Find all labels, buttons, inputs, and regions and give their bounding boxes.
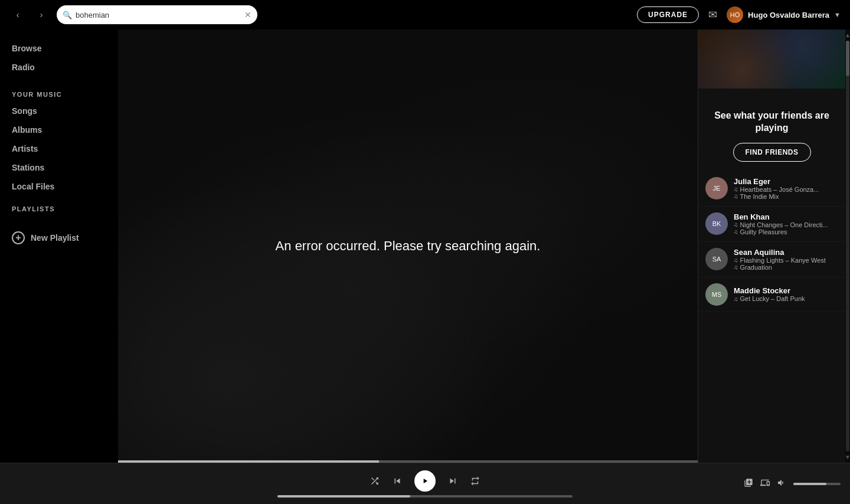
play-button[interactable]	[414, 470, 436, 492]
progress-fill	[118, 460, 379, 463]
volume-button[interactable]	[777, 478, 786, 490]
scroll-track[interactable]	[846, 41, 849, 451]
friend-track: ♫ Flashing Lights – Kanye West	[734, 257, 838, 264]
player-right	[699, 478, 841, 490]
playlists-label: PLAYLISTS	[0, 196, 118, 216]
friend-name: Ben Khan	[734, 212, 838, 221]
new-playlist-label: New Playlist	[31, 233, 79, 243]
friend-name: Julia Eger	[734, 177, 838, 186]
player-center	[151, 470, 699, 498]
search-box: 🔍 ✕	[57, 5, 257, 24]
sidebar-item-radio[interactable]: Radio	[0, 58, 118, 77]
playlists-section	[0, 216, 118, 225]
friend-info: Maddie Stocker ♫ Get Lucky – Daft Punk	[734, 286, 838, 302]
friend-info: Sean Aquilina ♫ Flashing Lights – Kanye …	[734, 248, 838, 271]
content-progress-bar	[118, 460, 698, 463]
friend-item[interactable]: MS Maddie Stocker ♫ Get Lucky – Daft Pun…	[698, 277, 845, 312]
friend-item[interactable]: BK Ben Khan ♫ Night Changes – One Direct…	[698, 207, 845, 242]
volume-fill	[793, 483, 826, 485]
inbox-icon[interactable]: ✉	[708, 8, 717, 21]
content-area: An error occurred. Please try searching …	[118, 30, 698, 463]
avatar: HO	[727, 6, 743, 23]
friend-item[interactable]: JE Julia Eger ♫ Heartbeats – José Gonza.…	[698, 171, 845, 207]
find-friends-button[interactable]: FIND FRIENDS	[733, 143, 811, 162]
note-icon: ♫	[734, 257, 738, 263]
new-playlist-button[interactable]: + New Playlist	[0, 225, 118, 250]
friends-header: See what your friends are playing FIND F…	[698, 98, 845, 171]
scroll-down-arrow[interactable]: ▼	[845, 454, 850, 460]
sidebar-item-artists[interactable]: Artists	[0, 139, 118, 158]
sidebar-nav: Browse Radio	[0, 30, 118, 81]
progress-track[interactable]	[277, 495, 573, 498]
friend-playlist: ♫ Graduation	[734, 264, 838, 271]
friends-background-image	[698, 30, 845, 89]
friend-name: Maddie Stocker	[734, 286, 838, 295]
main-layout: Browse Radio YOUR MUSIC Songs Albums Art…	[0, 30, 850, 463]
volume-bar[interactable]	[793, 483, 841, 485]
friend-info: Ben Khan ♫ Night Changes – One Directi..…	[734, 212, 838, 235]
friend-playlist: ♫ Guilty Pleasures	[734, 228, 838, 235]
devices-button[interactable]	[760, 478, 770, 490]
scroll-thumb	[846, 41, 849, 76]
shuffle-button[interactable]	[370, 476, 380, 486]
note-icon: ♫	[734, 296, 738, 302]
clear-search-button[interactable]: ✕	[244, 11, 251, 19]
user-name: Hugo Osvaldo Barrera	[748, 11, 829, 19]
search-icon: 🔍	[63, 11, 72, 19]
topbar-right: UPGRADE ✉ HO Hugo Osvaldo Barrera ▼	[637, 6, 841, 23]
right-panel-scroll[interactable]: See what your friends are playing FIND F…	[698, 30, 845, 463]
player-bar	[0, 463, 850, 504]
scroll-up-arrow[interactable]: ▲	[845, 32, 850, 38]
note-icon: ♫	[734, 264, 738, 270]
friend-avatar: JE	[705, 177, 728, 199]
friend-avatar: MS	[705, 283, 728, 306]
sidebar-item-stations[interactable]: Stations	[0, 158, 118, 177]
note-icon: ♫	[734, 228, 738, 235]
right-container: See what your friends are playing FIND F…	[698, 30, 850, 463]
sidebar-item-albums[interactable]: Albums	[0, 120, 118, 139]
right-panel: See what your friends are playing FIND F…	[698, 30, 845, 463]
chevron-down-icon: ▼	[834, 11, 841, 18]
friend-track: ♫ Get Lucky – Daft Punk	[734, 295, 838, 302]
progress-played	[277, 495, 410, 498]
friend-item[interactable]: SA Sean Aquilina ♫ Flashing Lights – Kan…	[698, 242, 845, 277]
next-button[interactable]	[447, 476, 458, 486]
sidebar: Browse Radio YOUR MUSIC Songs Albums Art…	[0, 30, 118, 463]
plus-circle-icon: +	[12, 231, 25, 244]
friend-track: ♫ Night Changes – One Directi...	[734, 221, 838, 228]
previous-button[interactable]	[392, 476, 403, 486]
friends-header-text: See what your friends are playing	[708, 110, 836, 135]
note-icon: ♫	[734, 221, 738, 228]
sidebar-item-songs[interactable]: Songs	[0, 102, 118, 120]
queue-button[interactable]	[744, 478, 753, 490]
sidebar-item-local-files[interactable]: Local Files	[0, 177, 118, 196]
friend-track: ♫ Heartbeats – José Gonza...	[734, 186, 838, 193]
right-scrollbar[interactable]: ▲ ▼	[845, 30, 850, 463]
upgrade-button[interactable]: UPGRADE	[637, 6, 699, 23]
search-input[interactable]	[76, 11, 241, 19]
user-area[interactable]: HO Hugo Osvaldo Barrera ▼	[727, 6, 841, 23]
friend-avatar: SA	[705, 248, 728, 270]
player-controls	[370, 470, 480, 492]
note-icon: ♫	[734, 193, 738, 199]
repeat-button[interactable]	[470, 476, 480, 486]
error-message: An error occurred. Please try searching …	[276, 238, 541, 254]
your-music-label: YOUR MUSIC	[0, 81, 118, 102]
friend-name: Sean Aquilina	[734, 248, 838, 257]
back-button[interactable]: ‹	[9, 6, 26, 23]
friend-playlist: ♫ The Indie Mix	[734, 193, 838, 200]
friend-info: Julia Eger ♫ Heartbeats – José Gonza... …	[734, 177, 838, 200]
friend-avatar: BK	[705, 212, 728, 235]
topbar: ‹ › 🔍 ✕ UPGRADE ✉ HO Hugo Osvaldo Barrer…	[0, 0, 850, 30]
sidebar-item-browse[interactable]: Browse	[0, 39, 118, 58]
forward-button[interactable]: ›	[33, 6, 50, 23]
note-icon: ♫	[734, 186, 738, 192]
